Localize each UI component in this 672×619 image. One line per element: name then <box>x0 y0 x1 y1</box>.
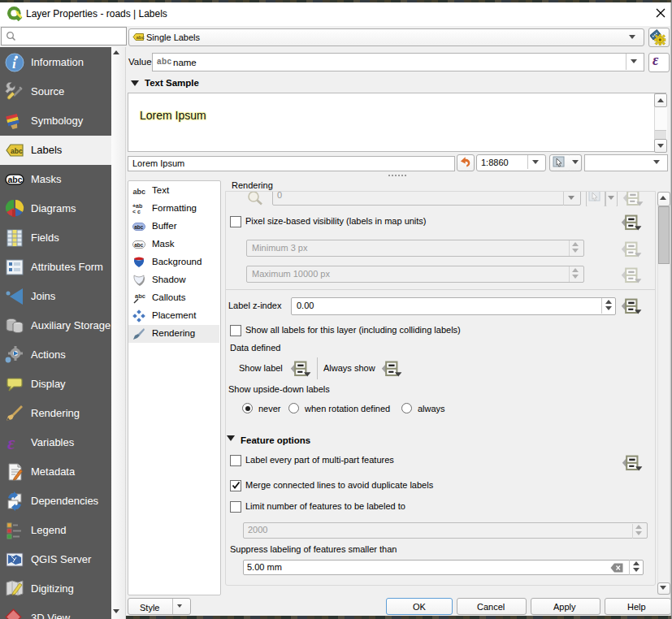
svg-text:abc: abc <box>134 242 144 248</box>
svg-text:abc: abc <box>11 147 23 155</box>
svg-text:abc: abc <box>135 292 145 300</box>
svg-text:abc: abc <box>137 35 145 40</box>
svg-text:ε: ε <box>7 433 15 452</box>
svg-text:abc: abc <box>7 175 22 184</box>
svg-text:abc: abc <box>133 188 146 196</box>
svg-text:< c: < c <box>132 209 141 214</box>
svg-text:abc: abc <box>134 224 144 230</box>
svg-text:+ab: +ab <box>132 203 142 209</box>
